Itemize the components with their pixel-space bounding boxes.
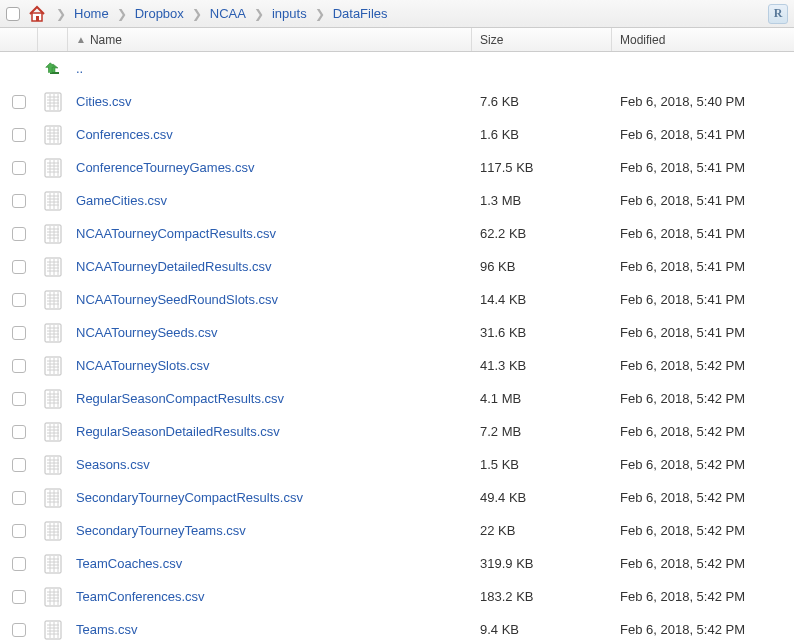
sort-ascending-icon: ▲ [76,34,86,45]
row-checkbox[interactable] [12,95,26,109]
file-size: 22 KB [472,523,612,538]
header-size[interactable]: Size [472,28,612,51]
chevron-right-icon: ❯ [54,7,68,21]
home-icon[interactable] [28,5,46,23]
row-check-cell [0,194,38,208]
file-row[interactable]: Cities.csv 7.6 KB Feb 6, 2018, 5:40 PM [0,85,794,118]
row-checkbox[interactable] [12,392,26,406]
row-checkbox[interactable] [12,326,26,340]
row-checkbox[interactable] [12,491,26,505]
breadcrumb-item[interactable]: NCAA [206,4,250,23]
file-row[interactable]: NCAATourneyDetailedResults.csv 96 KB Feb… [0,250,794,283]
file-name[interactable]: NCAATourneyDetailedResults.csv [68,259,472,274]
row-check-cell [0,227,38,241]
file-row[interactable]: NCAATourneyCompactResults.csv 62.2 KB Fe… [0,217,794,250]
file-row[interactable]: TeamConferences.csv 183.2 KB Feb 6, 2018… [0,580,794,613]
file-row[interactable]: ConferenceTourneyGames.csv 117.5 KB Feb … [0,151,794,184]
row-checkbox[interactable] [12,128,26,142]
file-name[interactable]: Conferences.csv [68,127,472,142]
file-name[interactable]: Teams.csv [68,622,472,637]
parent-dir-label[interactable]: .. [68,61,472,76]
row-checkbox[interactable] [12,227,26,241]
file-row[interactable]: TeamCoaches.csv 319.9 KB Feb 6, 2018, 5:… [0,547,794,580]
row-checkbox[interactable] [12,458,26,472]
breadcrumb-item[interactable]: Home [70,4,113,23]
file-size: 49.4 KB [472,490,612,505]
csv-file-icon [38,455,68,475]
file-name[interactable]: SecondaryTourneyCompactResults.csv [68,490,472,505]
row-checkbox[interactable] [12,557,26,571]
row-check-cell [0,161,38,175]
file-modified: Feb 6, 2018, 5:42 PM [612,391,794,406]
svg-rect-122 [45,588,61,606]
file-modified: Feb 6, 2018, 5:40 PM [612,94,794,109]
csv-file-icon [38,554,68,574]
svg-rect-10 [45,126,61,144]
file-name[interactable]: TeamCoaches.csv [68,556,472,571]
csv-file-icon [38,422,68,442]
file-name[interactable]: NCAATourneySeedRoundSlots.csv [68,292,472,307]
row-checkbox[interactable] [12,194,26,208]
csv-file-icon [38,620,68,640]
file-modified: Feb 6, 2018, 5:41 PM [612,325,794,340]
file-name[interactable]: TeamConferences.csv [68,589,472,604]
csv-file-icon [38,125,68,145]
file-name[interactable]: SecondaryTourneyTeams.csv [68,523,472,538]
row-check-cell [0,95,38,109]
column-headers: ▲ Name Size Modified [0,28,794,52]
row-check-cell [0,293,38,307]
file-size: 62.2 KB [472,226,612,241]
svg-rect-42 [45,258,61,276]
file-name[interactable]: RegularSeasonCompactResults.csv [68,391,472,406]
file-modified: Feb 6, 2018, 5:42 PM [612,490,794,505]
r-project-icon[interactable]: R [768,4,788,24]
svg-rect-34 [45,225,61,243]
file-name[interactable]: GameCities.csv [68,193,472,208]
file-size: 14.4 KB [472,292,612,307]
file-row[interactable]: NCAATourneySeeds.csv 31.6 KB Feb 6, 2018… [0,316,794,349]
file-modified: Feb 6, 2018, 5:42 PM [612,589,794,604]
chevron-right-icon: ❯ [115,7,129,21]
file-name[interactable]: Seasons.csv [68,457,472,472]
file-size: 41.3 KB [472,358,612,373]
header-modified[interactable]: Modified [612,28,794,51]
file-row[interactable]: Teams.csv 9.4 KB Feb 6, 2018, 5:42 PM [0,613,794,640]
row-check-cell [0,458,38,472]
csv-file-icon [38,92,68,112]
row-checkbox[interactable] [12,590,26,604]
breadcrumb-item[interactable]: inputs [268,4,311,23]
file-row[interactable]: SecondaryTourneyCompactResults.csv 49.4 … [0,481,794,514]
file-row[interactable]: RegularSeasonDetailedResults.csv 7.2 MB … [0,415,794,448]
file-name[interactable]: NCAATourneySeeds.csv [68,325,472,340]
file-row[interactable]: NCAATourneySeedRoundSlots.csv 14.4 KB Fe… [0,283,794,316]
file-row[interactable]: GameCities.csv 1.3 MB Feb 6, 2018, 5:41 … [0,184,794,217]
row-checkbox[interactable] [12,359,26,373]
row-check-cell [0,260,38,274]
select-all-checkbox[interactable] [6,7,20,21]
file-name[interactable]: NCAATourneySlots.csv [68,358,472,373]
row-checkbox[interactable] [12,623,26,637]
header-name[interactable]: ▲ Name [68,28,472,51]
file-row[interactable]: Seasons.csv 1.5 KB Feb 6, 2018, 5:42 PM [0,448,794,481]
row-checkbox[interactable] [12,524,26,538]
file-row[interactable]: SecondaryTourneyTeams.csv 22 KB Feb 6, 2… [0,514,794,547]
file-modified: Feb 6, 2018, 5:42 PM [612,358,794,373]
parent-directory-row[interactable]: .. [0,52,794,85]
file-row[interactable]: NCAATourneySlots.csv 41.3 KB Feb 6, 2018… [0,349,794,382]
svg-rect-18 [45,159,61,177]
csv-file-icon [38,587,68,607]
row-checkbox[interactable] [12,260,26,274]
file-name[interactable]: NCAATourneyCompactResults.csv [68,226,472,241]
file-name[interactable]: Cities.csv [68,94,472,109]
file-name[interactable]: ConferenceTourneyGames.csv [68,160,472,175]
file-name[interactable]: RegularSeasonDetailedResults.csv [68,424,472,439]
file-row[interactable]: RegularSeasonCompactResults.csv 4.1 MB F… [0,382,794,415]
file-row[interactable]: Conferences.csv 1.6 KB Feb 6, 2018, 5:41… [0,118,794,151]
csv-file-icon [38,323,68,343]
row-checkbox[interactable] [12,293,26,307]
row-checkbox[interactable] [12,425,26,439]
breadcrumb-item[interactable]: Dropbox [131,4,188,23]
breadcrumb-item[interactable]: DataFiles [329,4,392,23]
up-arrow-icon [38,61,68,77]
row-checkbox[interactable] [12,161,26,175]
